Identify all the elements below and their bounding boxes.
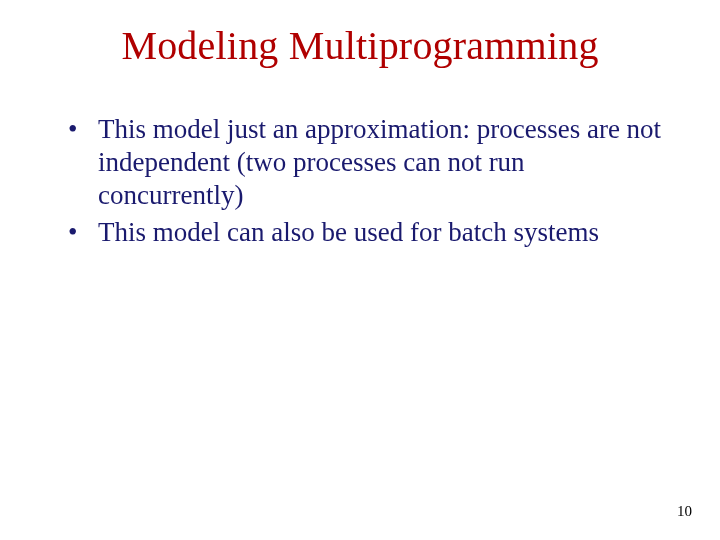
slide-title: Modeling Multiprogramming — [50, 22, 670, 69]
bullet-list: This model just an approximation: proces… — [50, 113, 670, 249]
slide: Modeling Multiprogramming This model jus… — [0, 0, 720, 540]
list-item: This model just an approximation: proces… — [68, 113, 670, 212]
page-number: 10 — [677, 503, 692, 520]
list-item: This model can also be used for batch sy… — [68, 216, 670, 249]
